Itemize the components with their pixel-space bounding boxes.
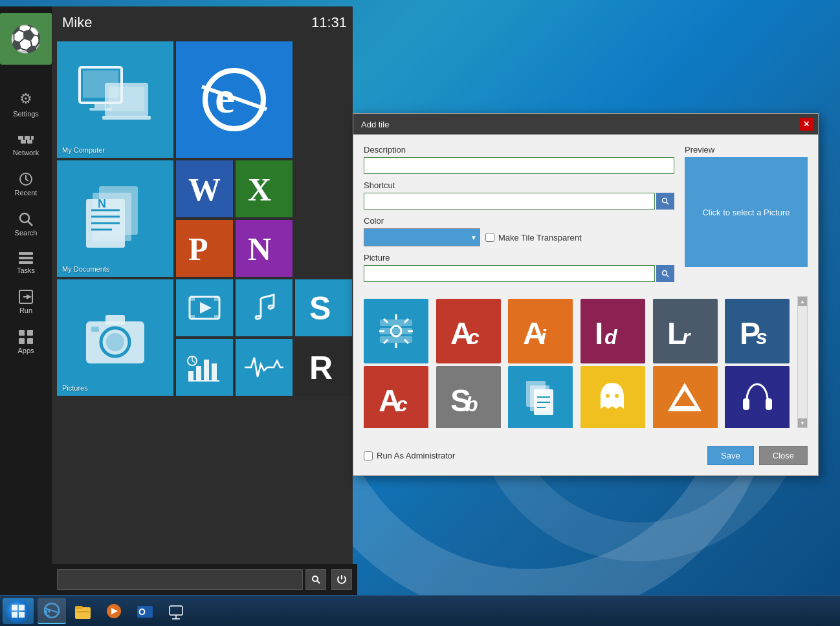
taskbar-start-button[interactable]	[3, 598, 34, 624]
svg-rect-104	[75, 606, 83, 609]
preview-box[interactable]: Click to select a Picture	[685, 157, 808, 267]
picture-browse-button[interactable]	[656, 265, 674, 282]
svg-rect-0	[18, 136, 23, 140]
icon-cell-snapchat[interactable]	[580, 366, 645, 428]
tile-ie[interactable]: e	[176, 41, 293, 158]
tile-label-my-documents: My Documents	[62, 265, 109, 273]
taskbar-network[interactable]	[162, 598, 190, 624]
save-button[interactable]: Save	[707, 446, 754, 465]
color-dropdown[interactable]: ▼	[364, 228, 480, 246]
icon-cell-lightroom[interactable]: L r	[653, 299, 718, 363]
sidebar-item-search[interactable]: Search	[0, 204, 52, 244]
sidebar-item-tasks[interactable]: Tasks	[0, 244, 52, 282]
svg-rect-50	[188, 371, 193, 380]
tile-label-my-computer: My Computer	[62, 146, 105, 154]
svg-rect-94	[743, 398, 749, 410]
tile-reel[interactable]: R	[295, 339, 352, 396]
tile-onenote[interactable]: N	[236, 220, 293, 277]
svg-text:b: b	[465, 393, 478, 416]
sidebar-item-run[interactable]: Run	[0, 282, 52, 322]
user-avatar[interactable]: ⚽	[0, 13, 52, 65]
run-as-admin-row: Run As Administrator	[364, 451, 455, 460]
start-search-input[interactable]	[57, 569, 303, 590]
picture-input[interactable]	[364, 265, 655, 282]
taskbar-media-player[interactable]	[100, 598, 128, 624]
dialog-close-button[interactable]: ✕	[800, 118, 813, 131]
sidebar-item-settings[interactable]: ⚙ Settings	[0, 83, 52, 125]
tile-powerpoint[interactable]: P	[176, 220, 233, 277]
tile-pictures[interactable]: Pictures	[57, 279, 173, 396]
taskbar-outlook[interactable]: O	[131, 598, 159, 624]
tile-stats[interactable]	[176, 339, 233, 396]
icon-grid-wrapper: A c A i	[364, 296, 795, 428]
svg-text:S: S	[309, 290, 331, 327]
sidebar-items-container: ⚙ Settings Network	[0, 83, 52, 362]
windows-orb	[6, 599, 30, 623]
tile-pulse[interactable]	[236, 339, 293, 396]
picture-input-row	[364, 265, 674, 282]
svg-rect-97	[19, 605, 25, 610]
shortcut-input-row	[364, 193, 674, 210]
icon-cell-acrobat[interactable]: A c	[436, 299, 501, 363]
icon-cell-acrobat-orange[interactable]	[653, 366, 718, 428]
svg-marker-49	[200, 302, 212, 314]
tile-word[interactable]: W	[176, 160, 233, 217]
sidebar-item-recent[interactable]: Recent	[0, 164, 52, 204]
transparent-checkbox-label[interactable]: Make Tile Transparent	[485, 233, 582, 243]
shortcut-input[interactable]	[364, 193, 655, 210]
icon-cell-photoshop[interactable]: P s	[725, 299, 790, 363]
svg-line-65	[667, 275, 669, 277]
tasks-icon	[19, 252, 33, 264]
dialog-title: Add tile	[361, 120, 389, 129]
svg-rect-2	[31, 136, 34, 140]
run-as-admin-label[interactable]: Run As Administrator	[364, 451, 455, 460]
svg-rect-15	[19, 338, 25, 344]
svg-rect-1	[25, 136, 30, 140]
start-search-bar	[52, 564, 357, 595]
sidebar-item-network[interactable]: Network	[0, 125, 52, 164]
transparent-checkbox[interactable]	[485, 233, 494, 242]
power-button[interactable]	[331, 569, 352, 590]
svg-point-42	[106, 333, 124, 351]
svg-point-62	[663, 199, 667, 203]
sidebar-item-apps[interactable]: Apps	[0, 322, 52, 362]
svg-point-64	[663, 271, 667, 275]
taskbar-explorer[interactable]	[69, 598, 97, 624]
recent-icon	[19, 172, 33, 186]
icon-cell-bridge[interactable]	[508, 366, 573, 428]
icon-cell-acrobat2[interactable]: A c	[364, 366, 428, 428]
svg-rect-45	[190, 297, 195, 301]
icon-cell-soundbooth[interactable]: S b	[436, 366, 501, 428]
icon-cell-headphones[interactable]	[725, 366, 790, 428]
icon-cell-illustrator[interactable]: A i	[508, 299, 573, 363]
svg-rect-3	[21, 140, 26, 144]
shortcut-browse-button[interactable]	[656, 193, 674, 210]
tile-video[interactable]	[176, 279, 233, 336]
start-search-button[interactable]	[305, 569, 326, 590]
taskbar-ie[interactable]: e	[38, 598, 66, 624]
svg-point-60	[313, 576, 318, 581]
sidebar-label-recent: Recent	[15, 189, 38, 197]
tile-music[interactable]	[236, 279, 293, 336]
start-menu: ⚽ ⚙ Settings	[0, 6, 353, 595]
settings-icon: ⚙	[19, 91, 32, 107]
svg-text:e: e	[45, 604, 50, 618]
tile-my-documents[interactable]: N My Documents	[57, 160, 173, 277]
tile-skype[interactable]: S	[295, 279, 352, 336]
start-username: Mike	[62, 14, 92, 31]
icon-cell-gear-list[interactable]	[364, 299, 428, 363]
tile-label-pictures: Pictures	[62, 384, 88, 392]
close-button[interactable]: Close	[759, 446, 808, 465]
description-input[interactable]	[364, 157, 674, 174]
tile-excel[interactable]: X	[236, 160, 293, 217]
icon-grid-scrollbar[interactable]: ▲ ▼	[797, 296, 808, 428]
svg-rect-47	[190, 315, 195, 319]
desktop: ⚽ ⚙ Settings	[0, 0, 840, 626]
tile-my-computer[interactable]: My Computer	[57, 41, 173, 158]
svg-line-7	[28, 221, 32, 226]
run-as-admin-checkbox[interactable]	[364, 451, 373, 460]
svg-rect-22	[109, 87, 144, 111]
shortcut-group: Shortcut	[364, 180, 674, 210]
svg-text:R: R	[309, 350, 333, 386]
icon-cell-indesign[interactable]: I d	[580, 299, 645, 363]
